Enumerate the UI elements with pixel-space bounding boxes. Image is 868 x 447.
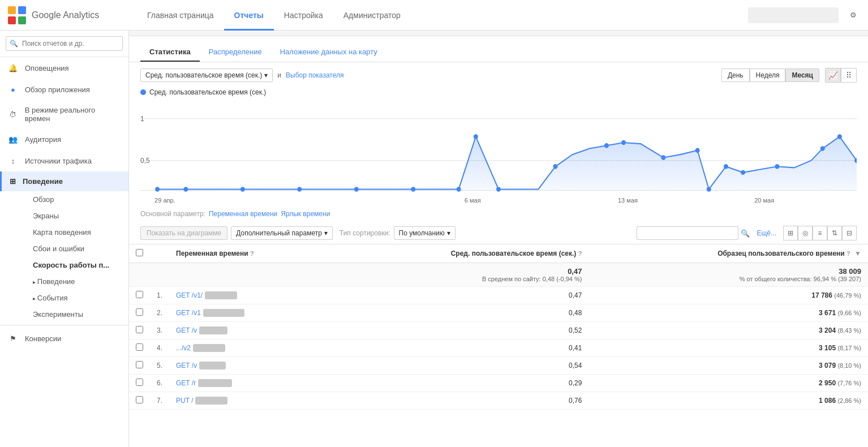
bar-view-button[interactable]: ≡	[813, 226, 827, 240]
pie-view-button[interactable]: ◎	[798, 226, 813, 240]
sidebar-item-screens[interactable]: Экраны	[25, 208, 128, 224]
tab-map[interactable]: Наложение данных на карту	[271, 43, 386, 62]
row4-link-cell: .../v2	[169, 339, 332, 357]
summary-sample-sub: % от общего количества: 96,94 % (39 207)	[595, 276, 861, 282]
line-chart-button[interactable]: 📈	[825, 68, 841, 83]
table-controls: Показать на диаграмме Дополнительный пар…	[129, 222, 868, 244]
period-day-button[interactable]: День	[721, 68, 750, 82]
logo-area: Google Analytics	[7, 5, 114, 25]
sidebar-item-conversions[interactable]: ⚑ Конверсии	[0, 328, 128, 349]
row3-link[interactable]: GET /v	[176, 326, 227, 334]
row6-link[interactable]: GET /r	[176, 379, 232, 387]
th-variable[interactable]: Переменная времени ?	[169, 244, 332, 263]
row7-check[interactable]	[129, 392, 150, 410]
sidebar-item-experiments[interactable]: Эксперименты	[25, 306, 128, 323]
row3-sample: 3 204 (8,43 %)	[588, 322, 868, 339]
tab-stats[interactable]: Статистика	[140, 43, 200, 62]
row6-num: 6.	[150, 375, 169, 392]
top-navigation: Google Analytics Главная страница Отчеты…	[0, 0, 868, 31]
table-search-icon[interactable]: 🔍	[741, 229, 750, 238]
row5-check[interactable]	[129, 357, 150, 375]
and-text: и	[277, 71, 281, 79]
more-button[interactable]: Ещё...	[752, 227, 781, 239]
row6-sample: 2 950 (7,76 %)	[588, 375, 868, 392]
scatter-chart-button[interactable]: ⠿	[841, 68, 857, 83]
row3-check[interactable]	[129, 322, 150, 339]
row5-link[interactable]: GET /v	[176, 362, 226, 369]
sidebar-item-overview[interactable]: Обзор	[25, 191, 128, 208]
primary-param-alt[interactable]: Ярлык времени	[281, 210, 330, 218]
nav-settings[interactable]: Настройка	[274, 0, 333, 31]
th-num	[150, 244, 169, 263]
add-param-dropdown[interactable]: Дополнительный параметр ▾	[231, 226, 333, 240]
gear-button[interactable]: ⚙	[845, 7, 861, 23]
nav-reports[interactable]: Отчеты	[224, 0, 274, 31]
sidebar-item-behavior-map[interactable]: Карта поведения	[25, 224, 128, 240]
row2-link[interactable]: GET /v1	[176, 309, 244, 317]
metric-dropdown[interactable]: Сред. пользовательское время (сек.) ▾	[140, 68, 273, 82]
nav-right-area: ⚙	[748, 7, 861, 23]
pivot-view-button[interactable]: ⊟	[842, 226, 857, 240]
nav-home[interactable]: Главная страница	[137, 0, 224, 31]
th-sample[interactable]: Образец пользовательского времени ? ▼	[588, 244, 868, 263]
svg-point-15	[457, 187, 461, 191]
sidebar-item-events-sub[interactable]: События	[25, 290, 128, 306]
ga-logo-icon	[7, 5, 27, 25]
sidebar-item-behavior-sub[interactable]: Поведение	[25, 273, 128, 290]
row5-checkbox[interactable]	[136, 361, 143, 368]
row1-check[interactable]	[129, 287, 150, 304]
sort-desc-icon: ▼	[854, 250, 861, 257]
row3-link-cell: GET /v	[169, 322, 332, 339]
sidebar-item-crashes[interactable]: Сбои и ошибки	[25, 240, 128, 257]
arrows-icon: ↕	[8, 156, 18, 166]
period-week-button[interactable]: Неделя	[750, 68, 786, 82]
sidebar-item-alerts[interactable]: 🔔 Оповещения	[0, 57, 128, 79]
row4-check[interactable]	[129, 339, 150, 357]
add-metric-link[interactable]: Выбор показателя	[286, 71, 343, 79]
sidebar-item-behavior[interactable]: ⊞ Поведение	[0, 171, 128, 191]
row3-checkbox[interactable]	[136, 326, 143, 333]
th-check[interactable]	[129, 244, 150, 263]
row7-link[interactable]: PUT /	[176, 397, 227, 405]
main-content: Статистика Распределение Наложение данны…	[129, 31, 868, 447]
row2-link-cell: GET /v1	[169, 304, 332, 322]
row2-checkbox[interactable]	[136, 308, 143, 316]
row1-checkbox[interactable]	[136, 291, 143, 298]
compare-view-button[interactable]: ⇅	[827, 226, 842, 240]
sidebar-item-audience[interactable]: 👥 Аудитория	[0, 128, 128, 150]
summary-row: 0,47 В среднем по сайту: 0,48 (-0,94 %) …	[129, 263, 868, 287]
th-avg-time[interactable]: Сред. пользовательское время (сек.) ?	[332, 244, 588, 263]
account-selector[interactable]	[748, 7, 839, 23]
row6-check[interactable]	[129, 375, 150, 392]
chart-metric-text: Сред. пользовательское время (сек.)	[149, 88, 266, 96]
row3-avg: 0,52	[332, 322, 588, 339]
svg-point-20	[621, 140, 626, 145]
table-row: 4. .../v2 0,41 3 105 (8,17 %)	[129, 339, 868, 357]
row1-avg: 0,47	[332, 287, 588, 304]
row1-link[interactable]: GET /v1/	[176, 291, 237, 299]
row4-checkbox[interactable]	[136, 343, 143, 351]
row4-link[interactable]: .../v2	[176, 344, 225, 352]
grid-view-button[interactable]: ⊞	[783, 226, 798, 240]
sidebar-item-traffic[interactable]: ↕ Источники трафика	[0, 150, 128, 171]
row2-check[interactable]	[129, 304, 150, 322]
tab-distribution[interactable]: Распределение	[200, 43, 271, 62]
row6-checkbox[interactable]	[136, 379, 143, 386]
sidebar-item-app-overview[interactable]: ● Обзор приложения	[0, 79, 128, 100]
circle-icon: ●	[8, 84, 18, 94]
row2-sample: 3 671 (9,66 %)	[588, 304, 868, 322]
period-month-button[interactable]: Месяц	[785, 68, 819, 82]
sidebar-item-realtime[interactable]: ⏱ В режиме реального времен	[0, 100, 128, 128]
table-search-input[interactable]	[637, 226, 738, 240]
sidebar-item-speed[interactable]: Скорость работы п...	[25, 257, 128, 273]
search-input[interactable]	[6, 36, 123, 51]
show-on-chart-button[interactable]: Показать на диаграмме	[140, 226, 227, 240]
primary-param-current[interactable]: Переменная времени	[209, 210, 277, 218]
sidebar-divider	[0, 325, 128, 325]
sidebar-label-realtime: В режиме реального времен	[25, 106, 121, 123]
svg-text:29 апр.: 29 апр.	[154, 196, 175, 203]
sort-dropdown[interactable]: По умолчанию ▾	[394, 226, 456, 240]
row7-checkbox[interactable]	[136, 396, 143, 403]
nav-admin[interactable]: Администратор	[333, 0, 411, 31]
select-all-checkbox[interactable]	[136, 249, 143, 256]
